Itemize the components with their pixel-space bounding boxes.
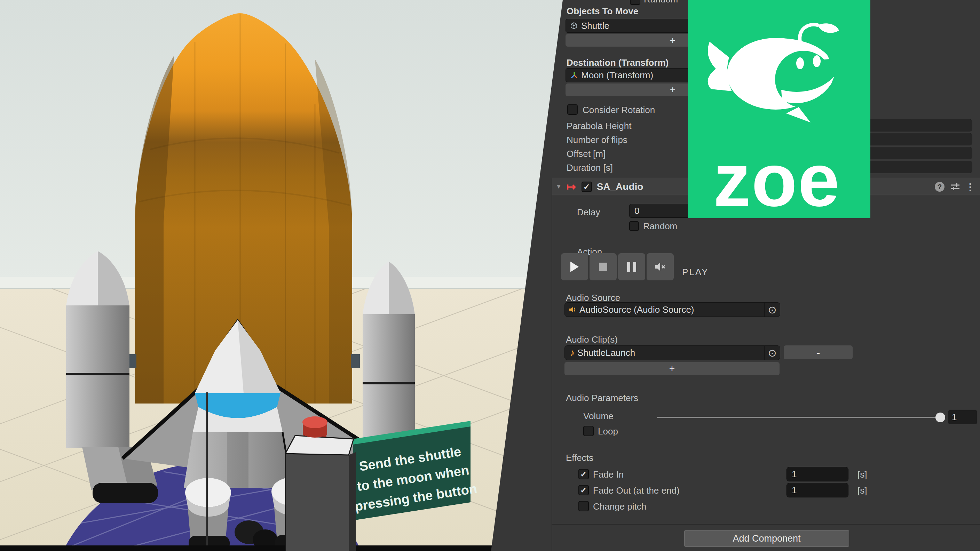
fade-in-input[interactable]: 1 [786,467,848,481]
audio-clips-label: Audio Clip(s) [566,334,618,345]
audio-clip-value: ShuttleLaunch [578,348,635,358]
fade-out-value: 1 [792,485,797,496]
delay-random-checkbox[interactable] [629,221,639,231]
audio-clip-remove-button[interactable]: - [784,345,853,359]
volume-slider-track[interactable] [657,417,942,418]
audio-clip-field[interactable]: ♪ ShuttleLaunch ⊙ [565,345,780,360]
fade-in-value: 1 [792,469,797,480]
audio-source-label: Audio Source [566,292,620,303]
mute-icon [654,262,666,272]
objects-to-move-item-label: Shuttle [581,21,609,31]
objects-to-move-title: Objects To Move [566,6,638,17]
object-picker-icon[interactable]: ⊙ [764,303,780,316]
speaker-icon [569,306,577,313]
fade-out-input[interactable]: 1 [786,483,848,497]
help-icon[interactable]: ? [935,182,945,192]
destination-item-label: Moon (Transform) [581,70,653,81]
audio-clip-add-button[interactable]: + [565,362,780,375]
loop-label: Loop [598,426,618,437]
zoe-logo: zoe [688,0,870,218]
script-mapsto-icon: ↦ [566,182,576,192]
cube-icon [570,22,578,30]
audio-source-field[interactable]: AudioSource (Audio Source) ⊙ [565,302,780,317]
zoe-logo-text: zoe [713,138,840,218]
play-button[interactable] [561,253,588,280]
stop-button[interactable] [590,253,617,280]
minus-icon: - [816,346,820,359]
object-picker-icon[interactable]: ⊙ [764,346,780,360]
stop-icon [599,263,607,271]
parabola-height-label: Parabola Height [566,121,631,132]
change-pitch-checkbox[interactable] [578,501,589,511]
anglerfish-icon [708,23,839,122]
mute-button[interactable] [647,253,674,280]
volume-slider-thumb[interactable] [935,413,945,422]
add-icon: + [670,84,676,95]
fade-in-checkbox[interactable] [578,469,589,480]
scene-3d-viewport: Send the shuttle to the moon when pressi… [0,0,574,551]
add-component-button[interactable]: Add Component [684,530,849,547]
change-pitch-label: Change pitch [593,501,646,512]
effects-label: Effects [566,452,593,463]
consider-rotation-checkbox[interactable] [567,104,578,115]
destination-title: Destination (Transform) [566,57,668,68]
sa-audio-title: SA_Audio [597,181,643,192]
top-random-checkbox[interactable] [630,0,640,5]
pause-icon [627,262,636,272]
audio-parameters-label: Audio Parameters [566,392,638,403]
delay-value: 0 [635,206,639,216]
play-icon [570,262,579,272]
fade-in-unit: [s] [858,469,867,480]
fade-out-label: Fade Out (at the end) [593,485,680,496]
delay-label: Delay [577,206,600,218]
launch-button[interactable] [302,416,328,438]
volume-label: Volume [583,410,614,422]
fade-out-checkbox[interactable] [578,485,589,495]
foldout-icon[interactable]: ▼ [556,183,562,190]
presets-icon[interactable] [950,182,961,192]
top-random-label: Random [644,0,678,5]
booster-strut-right [351,354,360,368]
panel-left-border [552,178,552,551]
offset-label: Offset [m] [566,148,606,159]
screenshot-root: Send the shuttle to the moon when pressi… [0,0,980,551]
add-icon: + [670,35,676,46]
sa-audio-enabled-checkbox[interactable] [582,182,592,192]
number-of-flips-label: Number of flips [566,134,627,145]
delay-random-label: Random [643,221,677,232]
consider-rotation-label: Consider Rotation [582,104,655,116]
duration-label: Duration [s] [566,162,613,173]
transform-icon [570,71,578,79]
music-note-icon: ♪ [570,347,574,358]
volume-input[interactable]: 1 [948,410,977,424]
play-status: PLAY [682,267,709,278]
footer-divider [552,524,980,524]
launch-cable [206,392,208,551]
kebab-menu-icon[interactable]: ⋮ [966,181,975,193]
fade-in-label: Fade In [593,469,624,480]
loop-checkbox[interactable] [583,426,594,436]
fade-out-unit: [s] [858,485,867,496]
volume-value: 1 [952,412,957,422]
audio-source-value: AudioSource (Audio Source) [579,304,694,315]
booster-right [363,262,415,453]
pause-button[interactable] [618,253,645,280]
add-icon: + [669,363,675,374]
